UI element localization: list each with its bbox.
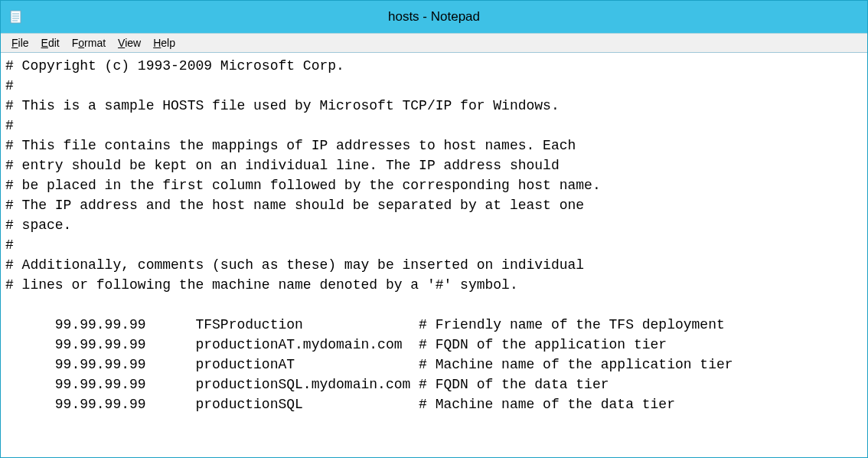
svg-rect-0	[11, 11, 21, 23]
menu-help[interactable]: Help	[147, 35, 181, 51]
menu-format[interactable]: Format	[66, 35, 112, 51]
notepad-window: hosts - Notepad File Edit Format View He…	[0, 0, 868, 458]
menubar: File Edit Format View Help	[1, 34, 867, 53]
menu-edit[interactable]: Edit	[35, 35, 66, 51]
window-title: hosts - Notepad	[388, 9, 480, 25]
menu-view[interactable]: View	[112, 35, 147, 51]
text-area[interactable]: # Copyright (c) 1993-2009 Microsoft Corp…	[1, 53, 867, 457]
menu-file[interactable]: File	[5, 35, 35, 51]
app-icon	[8, 9, 24, 25]
titlebar[interactable]: hosts - Notepad	[1, 1, 867, 34]
